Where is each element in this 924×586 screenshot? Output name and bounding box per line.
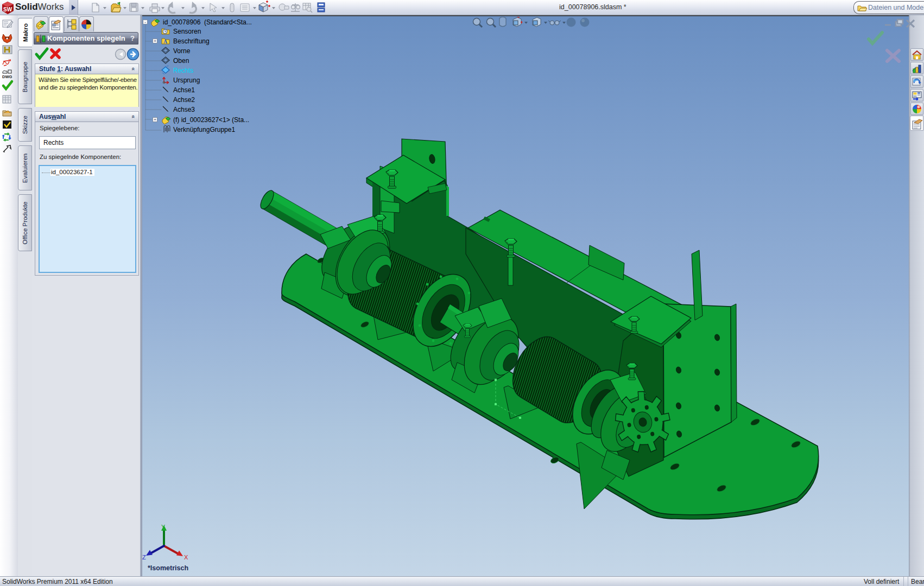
svg-text:DWG: DWG <box>2 74 12 79</box>
svg-text:X: X <box>184 554 188 560</box>
svg-text:Y: Y <box>161 524 166 530</box>
svg-text:A: A <box>163 39 168 44</box>
svg-text:SW: SW <box>3 7 12 12</box>
svg-text:Z: Z <box>142 554 146 560</box>
